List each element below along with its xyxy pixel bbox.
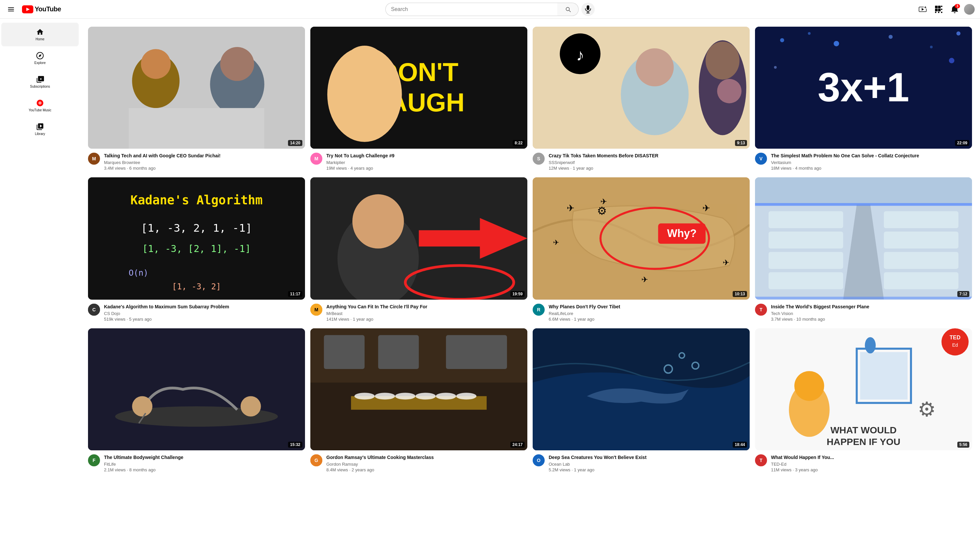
search-form	[385, 3, 579, 16]
svg-text:✈: ✈	[723, 258, 729, 267]
video-card-8[interactable]: 7:12 T Inside The World's Biggest Passen…	[755, 177, 972, 321]
svg-point-115	[865, 337, 876, 353]
video-card-10[interactable]: 24:17 G Gordon Ramsay's Ultimate Cooking…	[310, 328, 527, 472]
svg-rect-2	[8, 11, 14, 11]
header-right: 3	[895, 3, 975, 16]
svg-rect-83	[769, 232, 843, 249]
video-channel-3: SSSniperwolf	[549, 160, 750, 165]
video-stats-6: 141M views · 1 year ago	[326, 317, 527, 322]
sidebar-item-home[interactable]: Home	[1, 23, 79, 46]
video-meta-3: Crazy Tik Toks Taken Moments Before DISA…	[549, 153, 750, 171]
explore-label: Explore	[34, 61, 46, 65]
svg-rect-91	[755, 297, 972, 299]
music-label: YouTube Music	[29, 108, 51, 112]
video-channel-4: Veritasium	[771, 160, 972, 165]
video-thumbnail-12: WHAT WOULD HAPPEN IF YOU TED Ed ⚙ 5:56	[755, 328, 972, 450]
svg-text:Why?: Why?	[667, 227, 697, 239]
svg-rect-19	[935, 12, 936, 13]
apps-button[interactable]	[932, 3, 945, 16]
duration-2: 8:22	[513, 140, 525, 146]
sidebar-item-library[interactable]: Library	[1, 117, 79, 141]
video-meta-1: Talking Tech and AI with Google CEO Sund…	[104, 153, 305, 171]
svg-point-47	[780, 38, 784, 42]
channel-avatar-12: T	[755, 454, 767, 466]
channel-avatar-1: M	[88, 153, 100, 165]
video-channel-10: Gordon Ramsay	[326, 462, 527, 467]
video-card-3[interactable]: ♪ 9:13 S	[533, 27, 750, 171]
svg-point-48	[808, 32, 811, 35]
explore-icon	[36, 52, 44, 60]
duration-12: 5:56	[957, 442, 969, 448]
video-card-11[interactable]: 18:44 O Deep Sea Creatures You Won't Bel…	[533, 328, 750, 472]
video-stats-4: 18M views · 4 months ago	[771, 166, 972, 171]
svg-point-29	[141, 49, 171, 79]
notifications-button[interactable]: 3	[948, 3, 961, 16]
svg-text:✈: ✈	[702, 203, 710, 213]
svg-text:O(n): O(n)	[129, 268, 148, 278]
svg-text:Ed: Ed	[952, 342, 958, 348]
video-info-5: C Kadane's Algorithm to Maximum Sum Suba…	[88, 304, 305, 322]
video-channel-7: RealLifeLore	[549, 311, 750, 316]
svg-point-53	[774, 66, 777, 69]
svg-point-49	[834, 41, 839, 46]
video-card-9[interactable]: 15:32 F The Ultimate Bodyweight Challeng…	[88, 328, 305, 472]
video-card-6[interactable]: 19:59 M Anything You Can Fit In The Circ…	[310, 177, 527, 321]
duration-9: 15:32	[288, 442, 302, 448]
svg-rect-21	[941, 12, 942, 13]
sidebar-item-explore[interactable]: Explore	[1, 46, 79, 70]
svg-rect-20	[938, 12, 939, 13]
video-title-10: Gordon Ramsay's Ultimate Cooking Masterc…	[326, 454, 527, 460]
video-thumbnail-10: 24:17	[310, 328, 527, 450]
channel-avatar-4: V	[755, 153, 767, 165]
svg-point-50	[889, 35, 893, 39]
svg-rect-85	[769, 272, 843, 289]
video-info-10: G Gordon Ramsay's Ultimate Cooking Maste…	[310, 454, 527, 472]
svg-marker-9	[922, 8, 924, 11]
svg-rect-114	[860, 352, 907, 399]
video-stats-11: 5.2M views · 1 year ago	[549, 467, 750, 472]
svg-text:✈: ✈	[553, 239, 559, 247]
svg-point-44	[706, 42, 740, 80]
svg-text:[1, -3, 2, 1, -1]: [1, -3, 2, 1, -1]	[141, 222, 252, 234]
video-card-2[interactable]: DON'T LAUGH 8:22 M Try Not To La	[310, 27, 527, 171]
channel-avatar-6: M	[310, 304, 322, 316]
youtube-logo[interactable]: YouTube	[22, 5, 61, 13]
video-stats-3: 12M views · 1 year ago	[549, 166, 750, 171]
video-channel-2: Markiplier	[326, 160, 527, 165]
svg-point-120	[941, 328, 968, 355]
mic-button[interactable]	[581, 3, 595, 16]
duration-6: 19:59	[510, 291, 525, 297]
svg-point-101	[415, 393, 436, 399]
video-card-5[interactable]: Kadane's Algorithm [1, -3, 2, 1, -1] [1,…	[88, 177, 305, 321]
account-avatar[interactable]	[964, 4, 975, 15]
svg-point-26	[39, 102, 41, 104]
video-card-4[interactable]: 3x+1 22:09 V The Simplest Math Problem N…	[755, 27, 972, 171]
video-info-4: V The Simplest Math Problem No One Can S…	[755, 153, 972, 171]
video-card-1[interactable]: 14:20 M Talking Tech and AI with Google …	[88, 27, 305, 171]
duration-7: 10:13	[733, 291, 747, 297]
video-card-7[interactable]: Why? ✈ ✈ ✈ ✈ ✈ ✈ ⚙ 10:13	[533, 177, 750, 321]
svg-rect-0	[8, 7, 14, 8]
search-button[interactable]	[557, 3, 579, 16]
video-info-2: M Try Not To Laugh Challenge #9 Markipli…	[310, 153, 527, 171]
svg-point-64	[352, 194, 404, 249]
hamburger-button[interactable]	[5, 5, 17, 14]
svg-rect-18	[941, 9, 942, 10]
video-info-3: S Crazy Tik Toks Taken Moments Before DI…	[533, 153, 750, 171]
svg-rect-13	[935, 6, 938, 8]
search-input[interactable]	[385, 3, 557, 16]
video-card-12[interactable]: WHAT WOULD HAPPEN IF YOU TED Ed ⚙ 5:56	[755, 328, 972, 472]
main-content: 14:20 M Talking Tech and AI with Google …	[80, 19, 980, 480]
video-channel-8: Tech Vision	[771, 311, 972, 316]
duration-5: 11:17	[288, 291, 302, 297]
create-button[interactable]	[916, 3, 929, 16]
svg-rect-107	[446, 335, 507, 369]
video-stats-8: 3.7M views · 10 months ago	[771, 317, 972, 322]
video-meta-7: Why Planes Don't Fly Over Tibet RealLife…	[549, 304, 750, 322]
video-info-8: T Inside The World's Biggest Passenger P…	[755, 304, 972, 322]
duration-1: 14:20	[288, 140, 302, 146]
sidebar-item-youtube-music[interactable]: YouTube Music	[1, 94, 79, 117]
video-stats-12: 11M views · 3 years ago	[771, 467, 972, 472]
svg-rect-89	[884, 272, 959, 289]
sidebar-item-subscriptions[interactable]: Subscriptions	[1, 70, 79, 94]
